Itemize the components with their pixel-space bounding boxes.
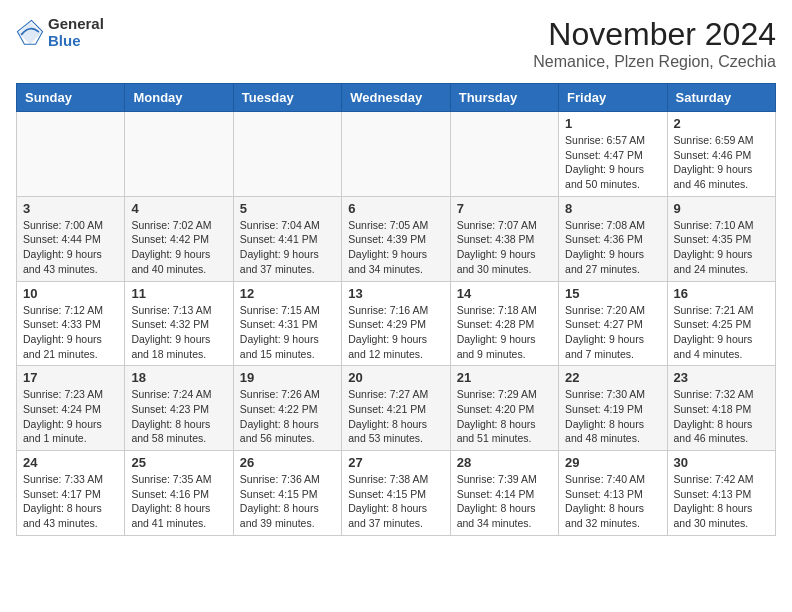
col-tuesday: Tuesday (233, 84, 341, 112)
col-monday: Monday (125, 84, 233, 112)
calendar-week-5: 24Sunrise: 7:33 AM Sunset: 4:17 PM Dayli… (17, 451, 776, 536)
calendar-cell: 6Sunrise: 7:05 AM Sunset: 4:39 PM Daylig… (342, 196, 450, 281)
day-info: Sunrise: 7:08 AM Sunset: 4:36 PM Dayligh… (565, 218, 660, 277)
day-info: Sunrise: 7:26 AM Sunset: 4:22 PM Dayligh… (240, 387, 335, 446)
day-number: 13 (348, 286, 443, 301)
calendar-header-row: Sunday Monday Tuesday Wednesday Thursday… (17, 84, 776, 112)
calendar-cell (125, 112, 233, 197)
calendar-cell: 2Sunrise: 6:59 AM Sunset: 4:46 PM Daylig… (667, 112, 775, 197)
day-number: 22 (565, 370, 660, 385)
day-number: 12 (240, 286, 335, 301)
day-number: 25 (131, 455, 226, 470)
day-info: Sunrise: 7:32 AM Sunset: 4:18 PM Dayligh… (674, 387, 769, 446)
day-number: 28 (457, 455, 552, 470)
logo: General Blue (16, 16, 104, 49)
col-wednesday: Wednesday (342, 84, 450, 112)
day-info: Sunrise: 7:21 AM Sunset: 4:25 PM Dayligh… (674, 303, 769, 362)
day-info: Sunrise: 7:29 AM Sunset: 4:20 PM Dayligh… (457, 387, 552, 446)
day-number: 6 (348, 201, 443, 216)
calendar-cell: 23Sunrise: 7:32 AM Sunset: 4:18 PM Dayli… (667, 366, 775, 451)
calendar-cell: 25Sunrise: 7:35 AM Sunset: 4:16 PM Dayli… (125, 451, 233, 536)
month-title: November 2024 (533, 16, 776, 53)
day-number: 10 (23, 286, 118, 301)
day-number: 7 (457, 201, 552, 216)
day-number: 9 (674, 201, 769, 216)
day-info: Sunrise: 7:07 AM Sunset: 4:38 PM Dayligh… (457, 218, 552, 277)
day-info: Sunrise: 7:27 AM Sunset: 4:21 PM Dayligh… (348, 387, 443, 446)
day-number: 14 (457, 286, 552, 301)
day-number: 15 (565, 286, 660, 301)
calendar-week-4: 17Sunrise: 7:23 AM Sunset: 4:24 PM Dayli… (17, 366, 776, 451)
day-info: Sunrise: 7:42 AM Sunset: 4:13 PM Dayligh… (674, 472, 769, 531)
day-info: Sunrise: 7:12 AM Sunset: 4:33 PM Dayligh… (23, 303, 118, 362)
day-number: 11 (131, 286, 226, 301)
calendar-cell: 22Sunrise: 7:30 AM Sunset: 4:19 PM Dayli… (559, 366, 667, 451)
calendar-cell: 9Sunrise: 7:10 AM Sunset: 4:35 PM Daylig… (667, 196, 775, 281)
day-number: 1 (565, 116, 660, 131)
calendar-cell: 1Sunrise: 6:57 AM Sunset: 4:47 PM Daylig… (559, 112, 667, 197)
title-area: November 2024 Nemanice, Plzen Region, Cz… (533, 16, 776, 71)
day-info: Sunrise: 7:20 AM Sunset: 4:27 PM Dayligh… (565, 303, 660, 362)
calendar-cell: 21Sunrise: 7:29 AM Sunset: 4:20 PM Dayli… (450, 366, 558, 451)
calendar-cell: 16Sunrise: 7:21 AM Sunset: 4:25 PM Dayli… (667, 281, 775, 366)
day-number: 23 (674, 370, 769, 385)
calendar-cell: 24Sunrise: 7:33 AM Sunset: 4:17 PM Dayli… (17, 451, 125, 536)
day-info: Sunrise: 7:38 AM Sunset: 4:15 PM Dayligh… (348, 472, 443, 531)
calendar-cell: 28Sunrise: 7:39 AM Sunset: 4:14 PM Dayli… (450, 451, 558, 536)
day-info: Sunrise: 7:05 AM Sunset: 4:39 PM Dayligh… (348, 218, 443, 277)
day-info: Sunrise: 7:35 AM Sunset: 4:16 PM Dayligh… (131, 472, 226, 531)
calendar-cell (17, 112, 125, 197)
day-number: 27 (348, 455, 443, 470)
calendar-cell: 12Sunrise: 7:15 AM Sunset: 4:31 PM Dayli… (233, 281, 341, 366)
day-number: 18 (131, 370, 226, 385)
day-info: Sunrise: 7:02 AM Sunset: 4:42 PM Dayligh… (131, 218, 226, 277)
calendar-cell: 19Sunrise: 7:26 AM Sunset: 4:22 PM Dayli… (233, 366, 341, 451)
day-info: Sunrise: 7:15 AM Sunset: 4:31 PM Dayligh… (240, 303, 335, 362)
day-info: Sunrise: 6:59 AM Sunset: 4:46 PM Dayligh… (674, 133, 769, 192)
day-number: 5 (240, 201, 335, 216)
day-info: Sunrise: 7:33 AM Sunset: 4:17 PM Dayligh… (23, 472, 118, 531)
day-info: Sunrise: 7:04 AM Sunset: 4:41 PM Dayligh… (240, 218, 335, 277)
calendar-cell: 20Sunrise: 7:27 AM Sunset: 4:21 PM Dayli… (342, 366, 450, 451)
day-number: 26 (240, 455, 335, 470)
logo-general-text: General (48, 16, 104, 33)
calendar-cell: 18Sunrise: 7:24 AM Sunset: 4:23 PM Dayli… (125, 366, 233, 451)
calendar-cell: 30Sunrise: 7:42 AM Sunset: 4:13 PM Dayli… (667, 451, 775, 536)
day-info: Sunrise: 7:18 AM Sunset: 4:28 PM Dayligh… (457, 303, 552, 362)
day-number: 4 (131, 201, 226, 216)
calendar-cell: 10Sunrise: 7:12 AM Sunset: 4:33 PM Dayli… (17, 281, 125, 366)
calendar-cell: 29Sunrise: 7:40 AM Sunset: 4:13 PM Dayli… (559, 451, 667, 536)
calendar-cell: 5Sunrise: 7:04 AM Sunset: 4:41 PM Daylig… (233, 196, 341, 281)
day-info: Sunrise: 7:39 AM Sunset: 4:14 PM Dayligh… (457, 472, 552, 531)
col-thursday: Thursday (450, 84, 558, 112)
day-info: Sunrise: 7:30 AM Sunset: 4:19 PM Dayligh… (565, 387, 660, 446)
day-number: 21 (457, 370, 552, 385)
logo-text: General Blue (48, 16, 104, 49)
day-number: 3 (23, 201, 118, 216)
calendar-week-1: 1Sunrise: 6:57 AM Sunset: 4:47 PM Daylig… (17, 112, 776, 197)
day-number: 24 (23, 455, 118, 470)
calendar-cell: 14Sunrise: 7:18 AM Sunset: 4:28 PM Dayli… (450, 281, 558, 366)
calendar-cell (450, 112, 558, 197)
calendar-cell: 27Sunrise: 7:38 AM Sunset: 4:15 PM Dayli… (342, 451, 450, 536)
day-number: 8 (565, 201, 660, 216)
calendar-cell: 7Sunrise: 7:07 AM Sunset: 4:38 PM Daylig… (450, 196, 558, 281)
day-info: Sunrise: 7:40 AM Sunset: 4:13 PM Dayligh… (565, 472, 660, 531)
day-info: Sunrise: 7:23 AM Sunset: 4:24 PM Dayligh… (23, 387, 118, 446)
calendar-week-2: 3Sunrise: 7:00 AM Sunset: 4:44 PM Daylig… (17, 196, 776, 281)
day-info: Sunrise: 7:36 AM Sunset: 4:15 PM Dayligh… (240, 472, 335, 531)
calendar-cell: 15Sunrise: 7:20 AM Sunset: 4:27 PM Dayli… (559, 281, 667, 366)
day-info: Sunrise: 7:16 AM Sunset: 4:29 PM Dayligh… (348, 303, 443, 362)
calendar-cell: 26Sunrise: 7:36 AM Sunset: 4:15 PM Dayli… (233, 451, 341, 536)
calendar-cell: 8Sunrise: 7:08 AM Sunset: 4:36 PM Daylig… (559, 196, 667, 281)
calendar-cell (233, 112, 341, 197)
day-info: Sunrise: 7:13 AM Sunset: 4:32 PM Dayligh… (131, 303, 226, 362)
calendar-cell: 17Sunrise: 7:23 AM Sunset: 4:24 PM Dayli… (17, 366, 125, 451)
day-number: 19 (240, 370, 335, 385)
logo-icon (16, 19, 44, 47)
day-number: 2 (674, 116, 769, 131)
location-title: Nemanice, Plzen Region, Czechia (533, 53, 776, 71)
calendar-cell: 3Sunrise: 7:00 AM Sunset: 4:44 PM Daylig… (17, 196, 125, 281)
day-number: 30 (674, 455, 769, 470)
page-header: General Blue November 2024 Nemanice, Plz… (16, 16, 776, 71)
